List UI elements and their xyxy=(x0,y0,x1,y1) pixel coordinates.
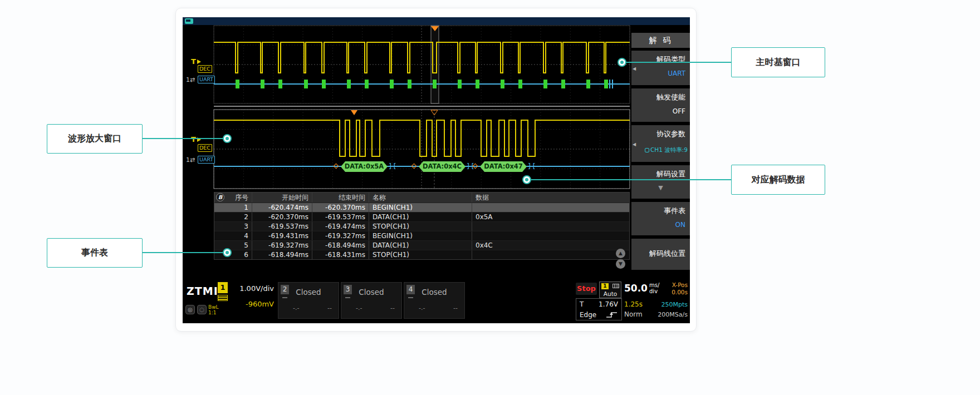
scroll-up-button[interactable]: ▲ xyxy=(616,249,625,258)
decode-bubble: DATA:0x4C xyxy=(419,161,465,172)
event-row[interactable]: 2 -620.370ms -619.537ms DATA(CH1) 0x5A xyxy=(214,212,629,221)
dash-icon xyxy=(408,297,413,298)
capture-icon[interactable]: ◎ xyxy=(185,305,195,314)
decode-badge: DEC xyxy=(198,65,212,73)
trigger-label: T xyxy=(191,57,196,66)
top-strip xyxy=(183,17,690,25)
col-header: 名称 xyxy=(369,192,472,203)
bracket-icon: ][ xyxy=(388,162,397,170)
submenu-arrow-icon: ◀ xyxy=(633,66,636,71)
event-table-header: B 序号 开始时间 结束时间 名称 数据 xyxy=(214,192,629,203)
status-bar: ZTMI ◎ ◌ BwL 1:1 1 1.00V/div -960mV 2 Cl… xyxy=(183,280,690,323)
connector-line xyxy=(143,138,224,139)
submenu-arrow-icon: ◀ xyxy=(633,142,636,147)
bus-arrows-icon: ⇄ xyxy=(190,156,195,164)
coupling-icon xyxy=(612,284,619,288)
channel1-vdiv[interactable]: 1.00V/div xyxy=(229,284,274,293)
bwl-label: BwL 1:1 xyxy=(208,304,219,315)
screenshot-card: T DEC 1⇄ UART T DEC 1⇄ UART DATA:0x5A ][ xyxy=(175,8,697,332)
channel1-badge[interactable]: 1 xyxy=(218,282,228,293)
bus-arrows-icon: ⇄ xyxy=(190,76,195,83)
uart-badge: UART xyxy=(198,156,215,164)
channel3-box[interactable]: 3 Closed -.- -- xyxy=(341,282,402,319)
record-points: 250Mpts xyxy=(661,301,688,308)
record-length: 1.25s xyxy=(624,300,643,308)
callout-decode-data: 对应解码数据 xyxy=(731,165,825,195)
display-icon xyxy=(185,18,193,24)
event-table: B 序号 开始时间 结束时间 名称 数据 1 -620.474ms -620.3… xyxy=(214,192,630,260)
marker-dot xyxy=(223,248,232,257)
event-row[interactable]: 1 -620.474ms -620.370ms BEGIN(CH1) xyxy=(214,203,629,212)
figure-page: T DEC 1⇄ UART T DEC 1⇄ UART DATA:0x5A ][ xyxy=(0,0,980,395)
trigger-info-box: T 1.76V Edge xyxy=(576,298,622,320)
dropdown-arrow-icon: ▼ xyxy=(631,184,690,191)
trigger-arrow-icon xyxy=(197,60,201,64)
rising-edge-icon xyxy=(606,311,618,319)
oscilloscope-screen: T DEC 1⇄ UART T DEC 1⇄ UART DATA:0x5A ][ xyxy=(183,17,690,323)
bus-number: 1⇄ xyxy=(186,156,195,164)
callout-main-timebase: 主时基窗口 xyxy=(731,47,825,77)
connector-line xyxy=(143,252,224,253)
callout-event-table: 事件表 xyxy=(47,238,143,268)
connector-line xyxy=(626,62,731,63)
settings-mini-icon xyxy=(645,148,649,152)
menu-title: 解 码 xyxy=(631,33,690,48)
channel1-offset[interactable]: -960mV xyxy=(229,300,274,308)
col-header: 开始时间 xyxy=(252,192,312,203)
scroll-down-button[interactable]: ▼ xyxy=(616,259,625,269)
channel2-box[interactable]: 2 Closed -.- -- xyxy=(278,282,339,319)
marker-dot xyxy=(618,58,626,67)
bus-icon: B xyxy=(216,193,224,201)
edge-label: Edge xyxy=(580,311,596,319)
event-row[interactable]: 5 -619.327ms -618.494ms DATA(CH1) 0x4C xyxy=(214,240,629,250)
event-row[interactable]: 6 -618.494ms -618.431ms STOP(CH1) xyxy=(214,250,629,259)
connector-line xyxy=(531,179,731,180)
dash-icon xyxy=(282,297,287,298)
bw-limit-icon xyxy=(218,295,228,301)
dash-icon xyxy=(345,297,350,298)
col-header: 结束时间 xyxy=(312,192,369,203)
marker-dot xyxy=(522,175,531,184)
channel4-box[interactable]: 4 Closed -.- -- xyxy=(404,282,465,319)
trigger-level-marker: T xyxy=(191,135,201,144)
trigger-source-badge: 1 xyxy=(601,283,609,289)
brand-logo: ZTMI xyxy=(187,285,218,297)
bracket-icon: ][ xyxy=(527,162,536,170)
col-header: 数据 xyxy=(472,192,629,203)
decode-badge: DEC xyxy=(198,144,212,152)
menu-item-event-table[interactable]: 事件表 ON xyxy=(631,202,690,235)
menu-item-decode-type[interactable]: ◀ 解码类型 UART xyxy=(631,51,690,85)
uart-badge: UART xyxy=(198,76,215,83)
run-state-badge[interactable]: Stop xyxy=(576,283,597,295)
marker-dot xyxy=(223,134,232,143)
touch-icon[interactable]: ◌ xyxy=(197,305,207,314)
trigger-label: T xyxy=(580,300,584,308)
trigger-level-marker: T xyxy=(191,57,201,66)
trigger-source-box[interactable]: 1 Auto xyxy=(599,282,621,298)
menu-item-decode-line-pos[interactable]: 解码线位置 xyxy=(631,239,690,270)
decode-bubble: DATA:0x47 xyxy=(480,161,527,172)
event-row[interactable]: 4 -619.431ms -619.327ms BEGIN(CH1) xyxy=(214,231,629,240)
trigger-label: T xyxy=(191,135,196,144)
bus-number: 1⇄ xyxy=(186,76,195,83)
sample-rate: 200MSa/s xyxy=(658,311,688,318)
x-position: X-Pos 0.00s xyxy=(658,282,688,296)
menu-item-decode-settings[interactable]: 解码设置 ▼ xyxy=(631,165,690,199)
acquire-mode: Norm xyxy=(624,310,643,318)
decode-bubble: DATA:0x5A xyxy=(341,161,388,172)
timebase-value[interactable]: 50.0 xyxy=(624,283,648,294)
menu-item-trigger-enable[interactable]: 触发使能 OFF xyxy=(631,88,690,122)
event-row[interactable]: 3 -619.537ms -619.474ms STOP(CH1) xyxy=(214,221,629,231)
callout-zoom-window: 波形放大窗口 xyxy=(47,124,143,154)
trigger-level: 1.76V xyxy=(599,300,618,308)
menu-item-protocol-params[interactable]: ◀ 协议参数 CH1 波特率:9 xyxy=(631,125,690,162)
